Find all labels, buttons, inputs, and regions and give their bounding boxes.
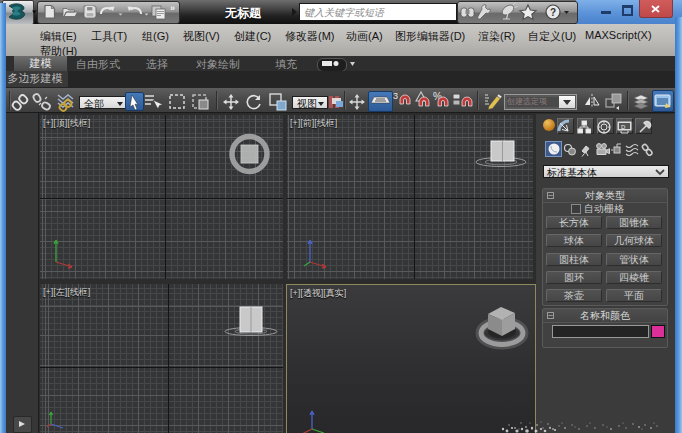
svg-text:D: D — [621, 124, 626, 130]
svg-text:3: 3 — [393, 91, 398, 101]
svg-text:?: ? — [550, 7, 556, 18]
